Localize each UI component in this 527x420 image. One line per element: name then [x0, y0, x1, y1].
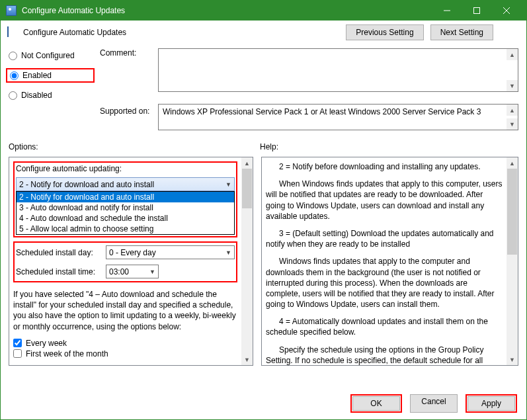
ok-button[interactable]: OK — [352, 396, 400, 411]
titlebar[interactable]: Configure Automatic Updates — [1, 1, 526, 21]
page-subtitle: Configure Automatic Updates — [23, 28, 341, 37]
chevron-down-icon: ▼ — [225, 249, 231, 256]
minimize-button[interactable] — [432, 1, 462, 21]
help-label: Help: — [260, 142, 518, 151]
cancel-button[interactable]: Cancel — [410, 394, 458, 413]
scroll-up-icon[interactable]: ▲ — [507, 157, 518, 169]
policy-icon — [7, 27, 18, 38]
combo-value: 2 - Notify for download and auto install — [19, 180, 154, 189]
policy-icon — [6, 5, 17, 16]
select-value: 03:00 — [109, 267, 129, 276]
comment-label: Comment: — [100, 48, 153, 58]
dropdown-item[interactable]: 3 - Auto download and notify for install — [17, 202, 234, 213]
scroll-up-icon[interactable]: ▲ — [507, 105, 518, 116]
checkbox-label: Every week — [26, 339, 67, 348]
apply-button[interactable]: Apply — [467, 396, 515, 411]
supported-on-text: Windows XP Professional Service Pack 1 o… — [158, 104, 518, 130]
scroll-down-icon[interactable]: ▼ — [507, 118, 518, 130]
chevron-down-icon: ▼ — [149, 269, 155, 275]
radio-label: Disabled — [21, 91, 52, 100]
svg-rect-1 — [473, 8, 479, 14]
radio-disabled[interactable]: Disabled — [9, 91, 95, 100]
supported-on-label: Supported on: — [100, 104, 153, 116]
dropdown-item[interactable]: 4 - Auto download and schedule the insta… — [17, 213, 234, 224]
sched-time-label: Scheduled install time: — [16, 267, 101, 276]
scrollbar[interactable]: ▲ ▼ — [241, 157, 253, 365]
scroll-down-icon[interactable]: ▼ — [507, 80, 518, 91]
scroll-up-icon[interactable]: ▲ — [241, 157, 253, 169]
maximize-button[interactable] — [462, 1, 491, 21]
help-text: Windows finds updates that apply to the … — [266, 256, 503, 310]
chevron-down-icon: ▼ — [225, 181, 231, 188]
previous-setting-button[interactable]: Previous Setting — [346, 24, 423, 40]
configure-updating-label: Configure automatic updating: — [16, 164, 235, 173]
help-pane: 2 = Notify before downloading and instal… — [261, 157, 518, 366]
dropdown-item[interactable]: 5 - Allow local admin to choose setting — [17, 224, 234, 234]
sched-day-label: Scheduled install day: — [16, 248, 101, 257]
help-text: Specify the schedule using the options i… — [266, 345, 503, 365]
sched-time-select[interactable]: 03:00 ▼ — [106, 265, 159, 278]
window-title: Configure Automatic Updates — [22, 6, 432, 15]
sched-day-select[interactable]: 0 - Every day ▼ — [106, 245, 235, 259]
options-note-text: If you have selected "4 – Auto download … — [13, 289, 237, 332]
options-pane: Configure automatic updating: 2 - Notify… — [9, 157, 253, 366]
options-label: Options: — [9, 142, 260, 151]
scroll-down-icon[interactable]: ▼ — [241, 354, 253, 365]
comment-textarea[interactable]: ▲ ▼ — [158, 48, 518, 92]
help-text: 2 = Notify before downloading and instal… — [266, 161, 503, 172]
select-value: 0 - Every day — [109, 248, 156, 257]
first-week-checkbox[interactable]: First week of the month — [13, 349, 237, 358]
radio-not-configured[interactable]: Not Configured — [9, 51, 95, 60]
help-text: 4 = Automatically download updates and i… — [266, 316, 503, 337]
next-setting-button[interactable]: Next Setting — [430, 24, 493, 40]
scroll-down-icon[interactable]: ▼ — [507, 354, 518, 365]
scrollbar-thumb[interactable] — [507, 169, 517, 255]
supported-value: Windows XP Professional Service Pack 1 o… — [163, 107, 481, 116]
radio-enabled[interactable]: Enabled — [10, 71, 91, 80]
configure-updating-combo[interactable]: 2 - Notify for download and auto install… — [16, 177, 235, 191]
radio-label: Not Configured — [21, 51, 75, 60]
scrollbar[interactable]: ▲ ▼ — [507, 157, 518, 365]
help-text: When Windows finds updates that apply to… — [266, 179, 503, 222]
scrollbar-thumb[interactable] — [242, 169, 252, 208]
help-text: 3 = (Default setting) Download the updat… — [266, 228, 503, 249]
radio-label: Enabled — [22, 71, 52, 80]
scroll-up-icon[interactable]: ▲ — [507, 49, 518, 60]
close-button[interactable] — [491, 1, 521, 21]
checkbox-label: First week of the month — [26, 349, 108, 358]
every-week-checkbox[interactable]: Every week — [13, 339, 237, 348]
configure-updating-dropdown[interactable]: 2 - Notify for download and auto install… — [16, 191, 235, 235]
dropdown-item[interactable]: 2 - Notify for download and auto install — [17, 192, 234, 202]
